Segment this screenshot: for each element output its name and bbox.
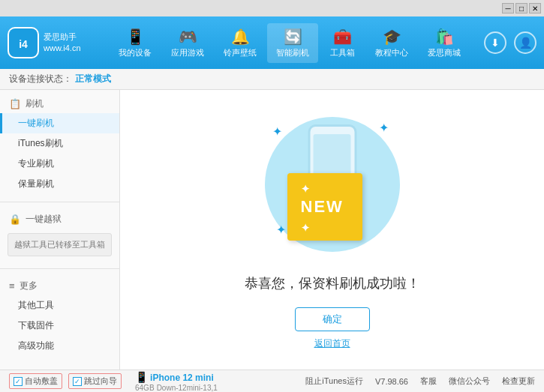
maximize-button[interactable]: □	[515, 3, 527, 13]
new-ribbon: NEW	[287, 173, 362, 241]
status-bar: 设备连接状态： 正常模式	[0, 69, 544, 90]
jailbreak-icon: 🔒	[9, 214, 21, 225]
nav-right: ⬇ 👤	[484, 31, 536, 54]
auto-dismiss-checkbox-wrapper[interactable]: ✓ 自动敷盖	[9, 373, 62, 389]
sidebar-section-title-more: ≡ 更多	[0, 277, 119, 295]
sidebar-item-other-tools[interactable]: 其他工具	[0, 295, 119, 316]
confirm-button[interactable]: 确定	[295, 307, 370, 331]
bottom-bar: ✓ 自动敷盖 ✓ 跳过向导 📱 iPhone 12 mini 64GB Down…	[0, 370, 544, 392]
device-name: iPhone 12 mini	[150, 373, 214, 383]
store-icon: 🛍️	[435, 28, 454, 46]
nav-my-device[interactable]: 📱 我的设备	[110, 23, 161, 63]
sidebar-jailbreak-info: 越狱工具已转移至工具箱	[8, 233, 112, 256]
close-button[interactable]: ✕	[529, 3, 541, 13]
device-info: 📱 iPhone 12 mini 64GB Down-12mini-13,1	[135, 371, 218, 392]
stop-itunes-label: 阻止iTunes运行	[305, 376, 363, 387]
bottom-right: 阻止iTunes运行 V7.98.66 客服 微信公众号 检查更新	[305, 376, 535, 387]
check-update-link[interactable]: 检查更新	[502, 376, 535, 387]
main-layout: 📋 刷机 一键刷机 iTunes刷机 专业刷机 保量刷机 🔒 一键越狱 越狱工具…	[0, 90, 544, 370]
content-area: ✦ ✦ ✦ NEW 恭喜您，保资料刷机成功啦！ 确定 返回首页	[120, 90, 544, 370]
skip-wizard-label: 跳过向导	[84, 376, 117, 387]
status-value: 正常模式	[75, 73, 111, 85]
stop-itunes-button[interactable]: 阻止iTunes运行	[305, 376, 363, 387]
download-button[interactable]: ⬇	[484, 31, 506, 54]
nav-tutorials[interactable]: 🎓 教程中心	[366, 23, 417, 63]
nav-store[interactable]: 🛍️ 爱思商城	[419, 23, 470, 63]
apps-icon: 🎮	[179, 28, 197, 46]
sidebar-section-flash: 📋 刷机 一键刷机 iTunes刷机 专业刷机 保量刷机	[0, 90, 119, 199]
flash-icon: 🔄	[284, 28, 302, 46]
skip-wizard-checkbox-wrapper[interactable]: ✓ 跳过向导	[68, 373, 122, 389]
sidebar-item-download-fw[interactable]: 下载固件	[0, 316, 119, 336]
nav-smart-flash[interactable]: 🔄 智能刷机	[267, 23, 318, 63]
tutorials-icon: 🎓	[383, 28, 401, 46]
sidebar-section-title-jailbreak: 🔒 一键越狱	[0, 210, 119, 229]
nav-items: 📱 我的设备 🎮 应用游戏 🔔 铃声壁纸 🔄 智能刷机 🧰 工具箱 🎓 教程中心…	[96, 23, 484, 63]
status-label: 设备连接状态：	[9, 73, 72, 85]
device-version-text: Down-12mini-13,1	[157, 384, 218, 392]
sidebar-item-save-flash[interactable]: 保量刷机	[0, 174, 119, 194]
home-link[interactable]: 返回首页	[314, 337, 350, 350]
sidebar-item-pro-flash[interactable]: 专业刷机	[0, 154, 119, 174]
version-label: V7.98.66	[375, 377, 408, 386]
wechat-link[interactable]: 微信公众号	[449, 376, 490, 387]
sparkle-topright-icon: ✦	[379, 121, 389, 135]
sidebar-divider-1	[0, 202, 119, 202]
sidebar-section-jailbreak: 🔒 一键越狱 越狱工具已转移至工具箱	[0, 205, 119, 265]
device-icon: 📱	[126, 28, 145, 46]
device-phone-icon: 📱	[135, 371, 148, 383]
sidebar-section-more: ≡ 更多 其他工具 下载固件 高级功能	[0, 272, 119, 361]
nav-ringtones[interactable]: 🔔 铃声壁纸	[215, 23, 266, 63]
phone-illustration: ✦ ✦ ✦ NEW	[257, 109, 407, 259]
sidebar-item-advanced[interactable]: 高级功能	[0, 336, 119, 356]
sparkle-topleft-icon: ✦	[272, 124, 282, 139]
sparkle-bottomleft-icon: ✦	[276, 223, 286, 237]
logo-text: 爱思助手 www.i4.cn	[44, 31, 81, 55]
auto-dismiss-checkbox[interactable]: ✓	[14, 377, 23, 386]
sidebar-divider-2	[0, 268, 119, 269]
bottom-left: ✓ 自动敷盖 ✓ 跳过向导 📱 iPhone 12 mini 64GB Down…	[9, 371, 305, 392]
ringtones-icon: 🔔	[231, 28, 250, 46]
header: i4 爱思助手 www.i4.cn 📱 我的设备 🎮 应用游戏 🔔 铃声壁纸 🔄…	[0, 16, 544, 69]
minimize-button[interactable]: ─	[502, 3, 514, 13]
svg-text:i4: i4	[19, 38, 28, 50]
more-icon: ≡	[9, 280, 15, 292]
skip-wizard-checkbox[interactable]: ✓	[73, 377, 82, 386]
user-button[interactable]: 👤	[514, 31, 536, 54]
sidebar-item-itunes-flash[interactable]: iTunes刷机	[0, 133, 119, 154]
success-message: 恭喜您，保资料刷机成功啦！	[245, 274, 420, 292]
sidebar-item-one-key-flash[interactable]: 一键刷机	[0, 113, 119, 133]
toolbox-icon: 🧰	[333, 28, 352, 46]
sidebar-section-title-flash: 📋 刷机	[0, 94, 119, 113]
logo-icon: i4	[8, 27, 39, 58]
flash-section-icon: 📋	[9, 98, 21, 109]
logo: i4 爱思助手 www.i4.cn	[8, 27, 81, 58]
customer-service-link[interactable]: 客服	[420, 376, 437, 387]
title-bar: ─ □ ✕	[0, 0, 544, 16]
nav-apps-games[interactable]: 🎮 应用游戏	[162, 23, 213, 63]
auto-dismiss-label: 自动敷盖	[25, 376, 58, 387]
nav-toolbox[interactable]: 🧰 工具箱	[320, 23, 365, 63]
device-storage: 64GB	[135, 384, 155, 392]
sidebar: 📋 刷机 一键刷机 iTunes刷机 专业刷机 保量刷机 🔒 一键越狱 越狱工具…	[0, 90, 120, 370]
